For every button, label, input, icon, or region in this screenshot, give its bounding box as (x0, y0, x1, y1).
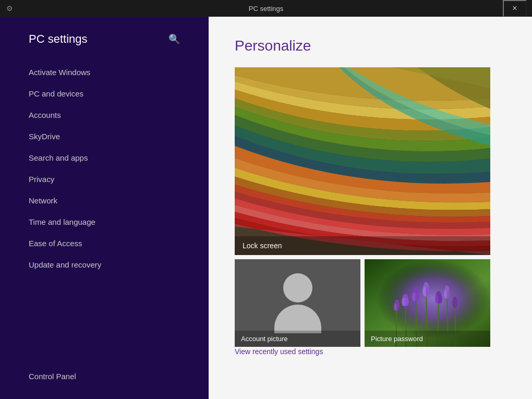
sidebar-item-pc-and-devices[interactable]: PC and devices (0, 83, 209, 104)
svg-point-23 (444, 290, 447, 298)
avatar-body (274, 305, 321, 333)
account-avatar-icon (274, 273, 321, 333)
sidebar-item-control-panel[interactable]: Control Panel (0, 364, 209, 389)
account-picture-tile[interactable]: Account picture (235, 259, 360, 347)
sidebar-item-update-and-recovery[interactable]: Update and recovery (0, 254, 209, 275)
sidebar-item-accounts[interactable]: Accounts (0, 104, 209, 126)
main-container: PC settings 🔍 Activate Windows PC and de… (0, 17, 532, 399)
close-button[interactable]: × (503, 0, 527, 17)
sidebar-header: PC settings 🔍 (0, 27, 209, 62)
sidebar: PC settings 🔍 Activate Windows PC and de… (0, 17, 209, 399)
recently-used-link[interactable]: View recently used settings (235, 347, 323, 356)
sidebar-item-ease-of-access[interactable]: Ease of Access (0, 233, 209, 254)
title-bar: ⚙ PC settings × (0, 0, 532, 17)
sidebar-item-privacy[interactable]: Privacy (0, 168, 209, 190)
window-title: PC settings (249, 5, 283, 13)
search-icon[interactable]: 🔍 (168, 33, 180, 45)
sidebar-item-skydrive[interactable]: SkyDrive (0, 126, 209, 147)
gear-icon: ⚙ (5, 4, 14, 13)
sidebar-title: PC settings (29, 32, 88, 46)
svg-point-12 (405, 298, 409, 306)
picture-password-tile[interactable]: Picture password (365, 259, 490, 347)
sidebar-nav: Activate Windows PC and devices Accounts… (0, 62, 209, 364)
svg-point-27 (394, 304, 397, 311)
account-picture-label: Account picture (235, 331, 360, 347)
page-title: Personalize (235, 38, 506, 54)
lock-screen-tile[interactable]: Lock screen (235, 67, 490, 255)
svg-point-24 (447, 290, 450, 298)
svg-point-21 (438, 295, 442, 304)
picture-password-label: Picture password (365, 331, 490, 347)
avatar-head (283, 273, 312, 303)
sidebar-item-activate-windows[interactable]: Activate Windows (0, 62, 209, 83)
svg-point-15 (415, 292, 419, 301)
tiles-container: Lock screen Account picture (235, 67, 506, 347)
svg-point-29 (452, 297, 457, 308)
lock-screen-label: Lock screen (235, 236, 490, 255)
sidebar-item-time-and-language[interactable]: Time and language (0, 211, 209, 233)
bottom-tiles: Account picture (235, 259, 490, 347)
sidebar-item-network[interactable]: Network (0, 190, 209, 211)
sidebar-item-search-and-apps[interactable]: Search and apps (0, 147, 209, 168)
svg-point-18 (426, 287, 430, 296)
content-area: Personalize (209, 17, 532, 399)
